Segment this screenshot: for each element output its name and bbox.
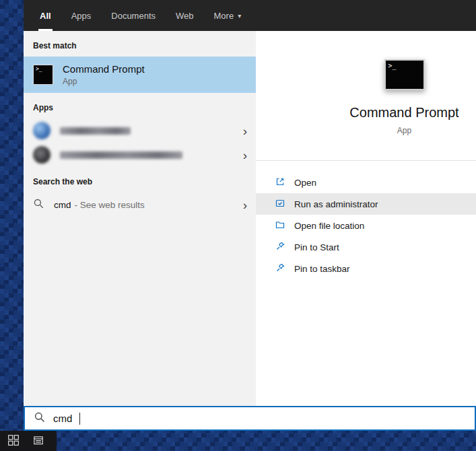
best-match-title: Command Prompt <box>63 63 145 75</box>
redacted-label <box>60 151 182 159</box>
taskbar-search-box[interactable]: cmd <box>24 406 476 431</box>
tab-apps-label: Apps <box>71 11 92 21</box>
run-as-administrator-icon <box>275 198 285 211</box>
task-view-button[interactable] <box>31 433 46 448</box>
action-pin-to-taskbar[interactable]: Pin to taskbar <box>256 258 476 279</box>
start-search-flyout: All Apps Documents Web More ▾ Best match <box>24 0 476 431</box>
chevron-right-icon[interactable]: › <box>243 125 247 137</box>
search-icon <box>34 411 46 426</box>
tab-all-label: All <box>40 11 51 21</box>
windows-logo-icon <box>7 434 20 448</box>
action-label: Pin to taskbar <box>294 264 350 274</box>
chevron-right-icon[interactable]: › <box>243 199 247 211</box>
tab-all[interactable]: All <box>38 0 53 31</box>
text-cursor <box>79 413 80 425</box>
app-icon-redacted <box>33 122 50 139</box>
best-match-result[interactable]: >_ Command Prompt App <box>24 57 256 93</box>
tab-web-label: Web <box>176 11 194 21</box>
action-open-file-location[interactable]: Open file location <box>256 215 476 236</box>
cmd-prompt-glyph: >_ <box>388 62 397 69</box>
pin-icon <box>275 241 285 254</box>
start-button[interactable] <box>6 433 21 448</box>
tab-documents[interactable]: Documents <box>110 0 157 31</box>
search-input-value[interactable]: cmd <box>53 413 72 424</box>
action-pin-to-start[interactable]: Pin to Start <box>256 236 476 258</box>
action-label: Open file location <box>294 221 364 231</box>
action-label: Open <box>294 178 316 188</box>
action-label: Run as administrator <box>294 199 378 209</box>
app-icon-redacted <box>33 146 50 164</box>
open-icon <box>275 176 285 189</box>
tab-more[interactable]: More ▾ <box>213 0 243 31</box>
preview-app-name: Command Prompt <box>349 105 458 120</box>
best-match-header: Best match <box>24 31 256 57</box>
command-prompt-icon: >_ <box>33 65 53 85</box>
results-panel: Best match >_ Command Prompt App Apps › <box>24 31 256 406</box>
preview-header-inner: >_ Command Prompt App <box>349 59 458 135</box>
app-result-redacted-2[interactable]: › <box>24 143 256 167</box>
preview-header: >_ Command Prompt App <box>256 31 476 161</box>
best-match-text: Command Prompt App <box>63 63 145 86</box>
action-open[interactable]: Open <box>256 172 476 193</box>
search-filter-tabs: All Apps Documents Web More ▾ <box>24 0 476 31</box>
redacted-label <box>60 127 131 135</box>
pin-icon <box>275 263 285 275</box>
search-web-header: Search the web <box>24 167 256 193</box>
action-run-as-administrator[interactable]: Run as administrator <box>256 193 476 215</box>
task-view-icon <box>32 434 44 448</box>
best-match-type: App <box>63 77 145 86</box>
taskbar <box>0 431 57 451</box>
tab-more-label: More <box>214 11 234 21</box>
context-actions: Open Run as administrator <box>256 172 476 279</box>
chevron-right-icon[interactable]: › <box>243 149 247 162</box>
web-result-text: cmd- See web results <box>54 199 145 211</box>
web-search-result[interactable]: cmd- See web results › <box>24 193 256 217</box>
action-label: Pin to Start <box>294 242 339 252</box>
tab-web[interactable]: Web <box>174 0 195 31</box>
preview-app-type: App <box>397 126 411 135</box>
command-prompt-icon-large: >_ <box>384 59 425 90</box>
folder-icon <box>275 219 285 232</box>
preview-panel: >_ Command Prompt App <box>256 31 476 406</box>
tab-apps[interactable]: Apps <box>70 0 93 31</box>
chevron-down-icon: ▾ <box>238 12 241 20</box>
cmd-prompt-glyph: >_ <box>36 66 42 72</box>
search-icon <box>33 198 44 212</box>
app-result-redacted-1[interactable]: › <box>24 118 256 143</box>
search-results-area: Best match >_ Command Prompt App Apps › <box>24 31 476 406</box>
tab-documents-label: Documents <box>111 11 156 21</box>
web-result-query: cmd <box>54 200 71 210</box>
desktop: All Apps Documents Web More ▾ Best match <box>0 0 476 451</box>
apps-header: Apps <box>24 93 256 118</box>
web-result-suffix: - See web results <box>75 200 145 210</box>
